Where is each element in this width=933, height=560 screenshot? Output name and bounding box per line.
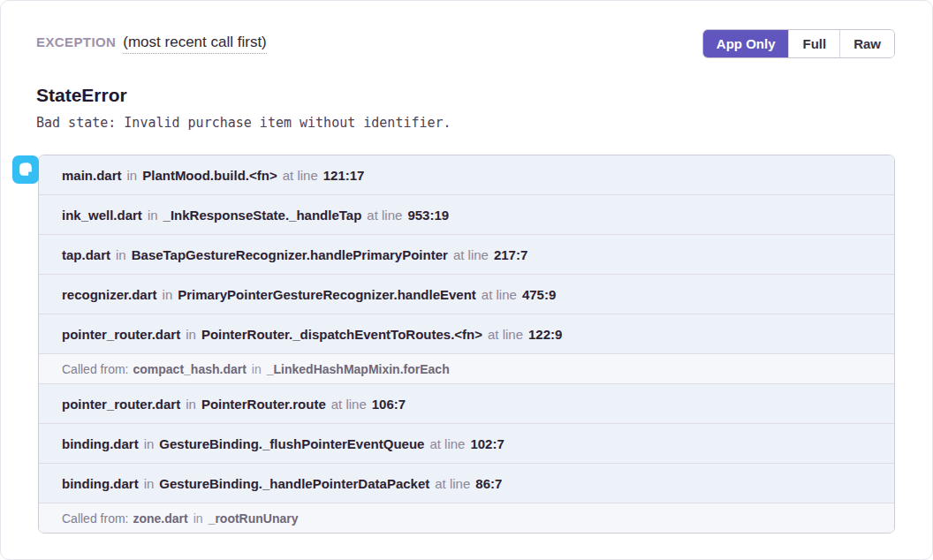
frame-line-number: 86:7 (475, 476, 502, 491)
frame-line-number: 102:7 (470, 436, 504, 451)
stack-frame-row[interactable]: ink_well.dart in _InkResponseState._hand… (39, 194, 894, 234)
frame-filename: ink_well.dart (62, 208, 142, 223)
called-from-row: Called from: zone.dart in _rootRunUnary (39, 503, 894, 533)
frame-function: GestureBinding._handlePointerDataPacket (159, 476, 429, 491)
frame-in-label: in (193, 511, 203, 526)
frame-in-label: in (144, 436, 155, 451)
stack-frame-row[interactable]: recognizer.dart in PrimaryPointerGesture… (39, 274, 894, 314)
frame-line-number: 953:19 (407, 208, 449, 223)
stacktrace-view-toggle: App Only Full Raw (702, 29, 895, 58)
frame-line-number: 106:7 (372, 397, 406, 412)
full-button[interactable]: Full (788, 30, 839, 57)
frame-filename: recognizer.dart (62, 287, 157, 302)
stacktrace-section: main.dart in PlantMood.build.<fn> at lin… (38, 155, 895, 534)
frame-at-line-label: at line (429, 436, 465, 451)
frame-function: PrimaryPointerGestureRecognizer.handleEv… (178, 287, 476, 302)
frame-in-label: in (116, 247, 126, 262)
stack-frame-row[interactable]: main.dart in PlantMood.build.<fn> at lin… (39, 155, 894, 194)
frame-function: _rootRunUnary (209, 511, 299, 526)
frame-at-line-label: at line (482, 287, 517, 302)
frame-at-line-label: at line (367, 208, 402, 223)
frame-at-line-label: at line (435, 476, 470, 491)
stack-frame-row[interactable]: binding.dart in GestureBinding._flushPoi… (39, 423, 894, 463)
frame-function: _LinkedHashMapMixin.forEach (267, 362, 450, 376)
frame-function: PointerRouter.route (201, 397, 326, 412)
frame-line-number: 121:17 (323, 168, 365, 183)
frame-in-label: in (252, 362, 262, 376)
exception-label: EXCEPTION (36, 34, 116, 49)
stack-frame-row[interactable]: tap.dart in BaseTapGestureRecognizer.han… (39, 234, 894, 274)
app-only-button[interactable]: App Only (703, 30, 789, 57)
frame-filename: binding.dart (62, 476, 139, 491)
frame-filename: binding.dart (62, 436, 139, 451)
frame-in-label: in (163, 287, 173, 302)
frame-filename: zone.dart (133, 511, 187, 526)
frame-in-label: in (186, 397, 196, 412)
frame-filename: tap.dart (62, 247, 110, 262)
exception-header: EXCEPTION (most recent call first) App O… (1, 1, 932, 58)
frame-function: GestureBinding._flushPointerEventQueue (159, 436, 424, 451)
error-message: Bad state: Invalid purchase item without… (1, 115, 932, 131)
exception-order-hint: (most recent call first) (123, 34, 266, 54)
frame-in-label: in (186, 327, 196, 342)
frame-function: PointerRouter._dispatchEventToRoutes.<fn… (201, 327, 482, 342)
frame-function: _InkResponseState._handleTap (163, 208, 362, 223)
frame-at-line-label: at line (283, 168, 318, 183)
frame-at-line-label: at line (453, 247, 489, 262)
frame-line-number: 122:9 (528, 327, 562, 342)
frame-line-number: 475:9 (522, 287, 556, 302)
stack-frame-row[interactable]: binding.dart in GestureBinding._handlePo… (39, 463, 894, 503)
called-from-row: Called from: compact_hash.dart in _Linke… (39, 353, 894, 383)
frame-function: BaseTapGestureRecognizer.handlePrimaryPo… (132, 247, 448, 262)
stack-frames-list: main.dart in PlantMood.build.<fn> at lin… (38, 155, 895, 534)
frame-function: PlantMood.build.<fn> (142, 168, 277, 183)
frame-filename: main.dart (62, 168, 122, 183)
stack-frame-row[interactable]: pointer_router.dart in PointerRouter.rou… (39, 383, 894, 423)
frame-at-line-label: at line (488, 327, 523, 342)
exception-panel: { "header": { "label": "EXCEPTION", "sub… (0, 0, 933, 560)
frame-filename: compact_hash.dart (133, 362, 246, 376)
raw-button[interactable]: Raw (839, 30, 894, 57)
frame-in-label: in (148, 208, 158, 223)
frame-line-number: 217:7 (494, 247, 527, 262)
frame-filename: pointer_router.dart (62, 327, 180, 342)
called-from-label: Called from: (62, 511, 128, 526)
stack-frame-row[interactable]: pointer_router.dart in PointerRouter._di… (39, 314, 894, 353)
frame-at-line-label: at line (331, 397, 367, 412)
frame-in-label: in (144, 476, 155, 491)
error-type-title: StateError (1, 85, 932, 106)
frame-in-label: in (127, 168, 138, 183)
called-from-label: Called from: (62, 362, 128, 376)
frame-filename: pointer_router.dart (62, 397, 180, 412)
dart-platform-icon (12, 155, 39, 184)
exception-header-left: EXCEPTION (most recent call first) (36, 34, 267, 54)
